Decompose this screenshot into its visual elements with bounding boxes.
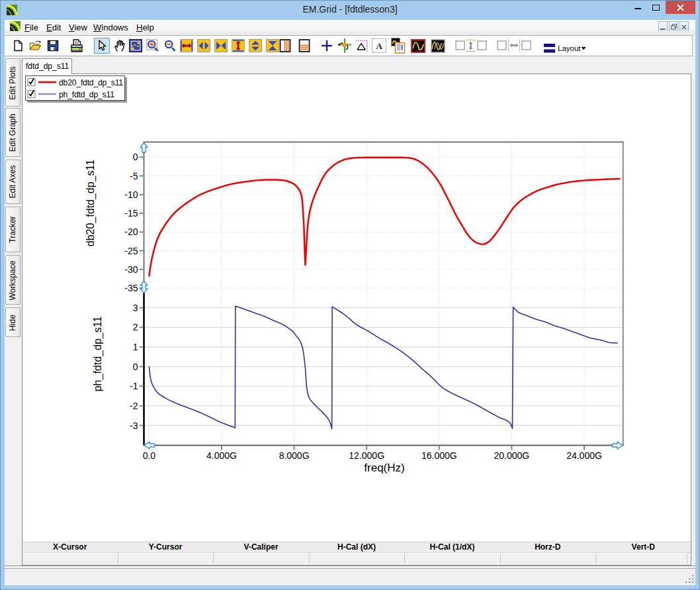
svg-text:db20_fdtd_dp_s11: db20_fdtd_dp_s11 [59,78,123,87]
svg-text:-25: -25 [124,246,138,256]
svg-text:freq(Hz): freq(Hz) [364,462,404,474]
svg-text:3: 3 [133,303,138,313]
svg-text:2: 2 [133,322,138,332]
svg-text:12.000G: 12.000G [349,450,384,461]
svg-text:16.000G: 16.000G [421,450,457,461]
svg-text:0: 0 [133,362,138,372]
svg-text:1: 1 [133,342,138,352]
svg-text:4.000G: 4.000G [206,450,237,461]
svg-text:-3: -3 [130,420,138,431]
svg-text:db20_fdtd_dp_s11: db20_fdtd_dp_s11 [85,160,97,246]
svg-text:0.0: 0.0 [143,450,156,461]
svg-text:-1: -1 [130,381,138,391]
svg-text:-20: -20 [124,226,138,237]
svg-text:-5: -5 [130,171,138,181]
svg-text:-30: -30 [124,264,138,275]
svg-text:0: 0 [133,152,138,162]
svg-text:20.000G: 20.000G [494,450,530,461]
svg-text:-10: -10 [124,189,138,200]
svg-text:ph_fdtd_dp_s11: ph_fdtd_dp_s11 [92,317,104,392]
svg-text:8.000G: 8.000G [279,450,310,461]
svg-text:-35: -35 [124,283,138,293]
svg-text:-15: -15 [124,208,138,219]
svg-text:ph_fdtd_dp_s11: ph_fdtd_dp_s11 [59,90,114,99]
svg-text:-2: -2 [130,401,138,411]
svg-text:24.000G: 24.000G [566,450,602,461]
